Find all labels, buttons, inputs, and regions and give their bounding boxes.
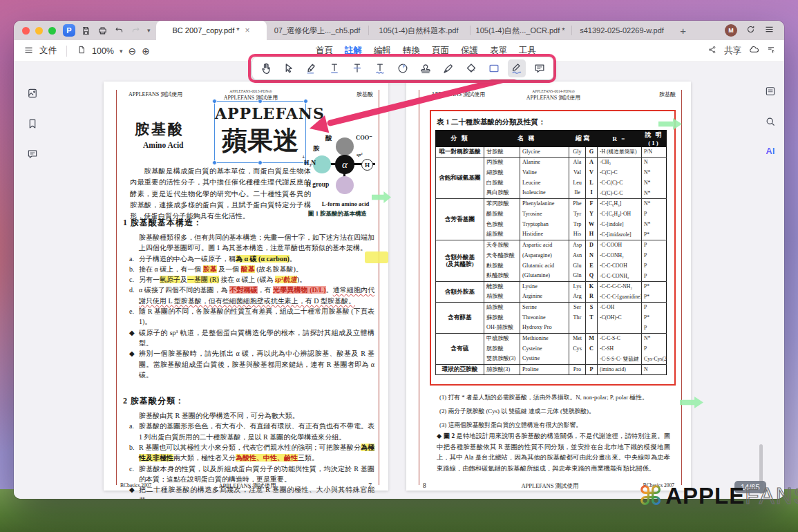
tool-stamp-icon[interactable] — [417, 59, 435, 77]
table-cell: P — [642, 251, 667, 261]
zoom-level-value[interactable]: 100% — [92, 46, 114, 56]
document-tab[interactable]: 105(1-4)自然科題本.pdf — [368, 21, 470, 40]
table-cell: Tyrosine — [520, 209, 569, 220]
redo-icon[interactable] — [131, 26, 141, 36]
section-item: c.另有一氫原子及一基團 (R) 接在 α 碳上 (碳為 sp³軌道)。 — [129, 274, 374, 285]
sp3-label: sp³ — [357, 152, 362, 158]
right-sidebar-rail: AI — [764, 85, 777, 156]
group-cell: 含有硫 — [436, 334, 484, 365]
comments-icon[interactable] — [26, 148, 39, 163]
pdf-page-left[interactable]: APPLEFANS 測試使用 APPLEFANS-0013-PDNobAPPLE… — [104, 82, 388, 491]
table-cell: A — [586, 158, 598, 168]
page-number: 7 — [368, 482, 372, 489]
bookmarks-icon[interactable] — [26, 117, 39, 133]
tool-signature-icon[interactable] — [508, 59, 526, 77]
table-cell: -C-OH — [598, 303, 642, 313]
table-cell: -C-C-C-[guanidine] — [598, 292, 642, 303]
collapse-toolbar-icon[interactable] — [766, 45, 776, 57]
menu-item[interactable]: 轉換 — [403, 45, 420, 57]
zoom-out-button[interactable]: ⊖ — [129, 46, 137, 57]
tool-ink-icon[interactable] — [439, 59, 457, 77]
tool-highlighter-icon[interactable] — [303, 59, 321, 77]
menu-item[interactable]: 頁面 — [432, 45, 449, 57]
table-cell: P* — [642, 292, 667, 303]
table-cell: 丙胺酸 — [484, 158, 520, 168]
ai-icon[interactable]: AI — [766, 146, 775, 156]
tool-pan-icon[interactable] — [257, 59, 275, 77]
applefans-logo-icon: ⌘ — [638, 483, 663, 509]
document-tab[interactable]: s41392-025-02269-w.pdf — [571, 21, 673, 40]
tool-shape-circle-icon[interactable] — [394, 59, 412, 77]
file-menu-label[interactable]: 文件 — [39, 45, 57, 57]
document-tab[interactable]: 105(1-4)自然..._OCR.pdf * — [470, 21, 571, 40]
print-icon[interactable] — [97, 26, 108, 36]
selected-stamp-annotation[interactable]: APPLEFANS 蘋果迷 — [214, 101, 306, 163]
new-tab-button[interactable]: + — [673, 25, 694, 37]
share-icon[interactable] — [707, 45, 717, 57]
cloud-icon[interactable] — [748, 44, 759, 57]
menu-item[interactable]: 表單 — [490, 45, 507, 57]
table-cell: G — [586, 147, 598, 158]
menu-item[interactable]: 首頁 — [316, 45, 333, 57]
figure-caption-en: L-form amino acid — [302, 200, 389, 207]
tool-eraser-icon[interactable] — [462, 59, 480, 77]
share-label[interactable]: 共享 — [724, 45, 741, 57]
table-cell: Glu — [569, 261, 586, 272]
table-cell: Lysine — [520, 282, 569, 292]
table-cell: -C-[C₆H₅] — [598, 199, 642, 209]
selection-handle[interactable] — [303, 99, 308, 104]
search-icon[interactable] — [764, 115, 777, 131]
account-avatar[interactable]: M — [725, 24, 737, 37]
table-cell: -C-COOH — [598, 240, 642, 251]
page-header-center: APPLEFANS 測試使用 — [526, 95, 580, 101]
table-cell: L — [586, 178, 598, 189]
zoom-in-button[interactable]: ⊕ — [142, 46, 150, 57]
fullscreen-window-button[interactable] — [48, 27, 56, 35]
section-item: b.R 基團也可以其極性大小來分類，代表它們親水性的強弱；可把胺基酸分為極性及非… — [129, 442, 374, 464]
sidebar-toggle-icon[interactable] — [23, 45, 34, 57]
undo-icon[interactable] — [114, 26, 124, 36]
close-window-button[interactable] — [22, 27, 30, 35]
selection-handle[interactable] — [258, 99, 263, 104]
tool-select-icon[interactable] — [280, 59, 298, 77]
selection-handle[interactable] — [212, 99, 217, 104]
table-cell: 胱胺酸 — [484, 344, 520, 354]
table-cell: (imino acid) — [598, 365, 642, 375]
menu-item[interactable]: 註解 — [345, 45, 362, 57]
table-cell: Glutamic acid — [520, 261, 569, 272]
menu-item[interactable]: 保護 — [461, 45, 478, 57]
tool-strikethrough-icon[interactable] — [348, 59, 366, 77]
close-tab-icon[interactable]: × — [245, 26, 250, 35]
table-cell: F — [586, 199, 598, 209]
sync-icon[interactable] — [745, 24, 756, 37]
table-cell: -C-C-S-C — [598, 334, 642, 344]
group-cell: 含飽和碳氫基團 — [436, 158, 484, 199]
table-row: 含芳香基團苯丙胺酸PhenylalaninePheF-C-[C₆H₅]N* — [436, 199, 667, 209]
app-menu-icon[interactable] — [764, 24, 775, 37]
pdf-page-right[interactable]: APPLEFANS 測試使用 APPLEFANS-0014-PDNobAPPLE… — [406, 82, 691, 491]
table-cell: N* — [642, 189, 667, 199]
thumbnails-icon[interactable] — [26, 87, 39, 102]
document-tab[interactable]: BC 2007_copy.pdf *× — [156, 21, 267, 40]
document-tab[interactable]: 07_選修化學上..._ch5.pdf — [267, 21, 368, 40]
tool-rectangle-icon[interactable] — [485, 59, 503, 77]
tool-squiggly-icon[interactable] — [371, 59, 389, 77]
page-view-icon[interactable] — [77, 45, 86, 57]
table-cell: 苯丙胺酸 — [484, 199, 520, 209]
selection-handle[interactable] — [212, 160, 217, 165]
tool-note-icon[interactable] — [531, 59, 549, 77]
save-icon[interactable] — [81, 26, 91, 36]
history-caret-icon[interactable]: ▾ — [147, 27, 151, 34]
table-cell: M — [586, 334, 598, 344]
annotations-panel-icon[interactable] — [764, 85, 777, 100]
table-cell: -CH₃ — [598, 158, 642, 168]
table-cell: P — [642, 323, 667, 334]
menu-item[interactable]: 工具 — [519, 45, 536, 57]
zoom-caret-icon[interactable]: ▾ — [120, 48, 123, 55]
minimize-window-button[interactable] — [35, 27, 43, 35]
tool-underline-icon[interactable] — [325, 59, 343, 77]
table-row: 含有醇基絲胺酸SerineSerS-C-OHP — [436, 303, 667, 313]
selection-handle[interactable] — [258, 160, 263, 165]
yellow-highlight-annotation[interactable] — [365, 251, 388, 263]
menu-item[interactable]: 編輯 — [374, 45, 391, 57]
